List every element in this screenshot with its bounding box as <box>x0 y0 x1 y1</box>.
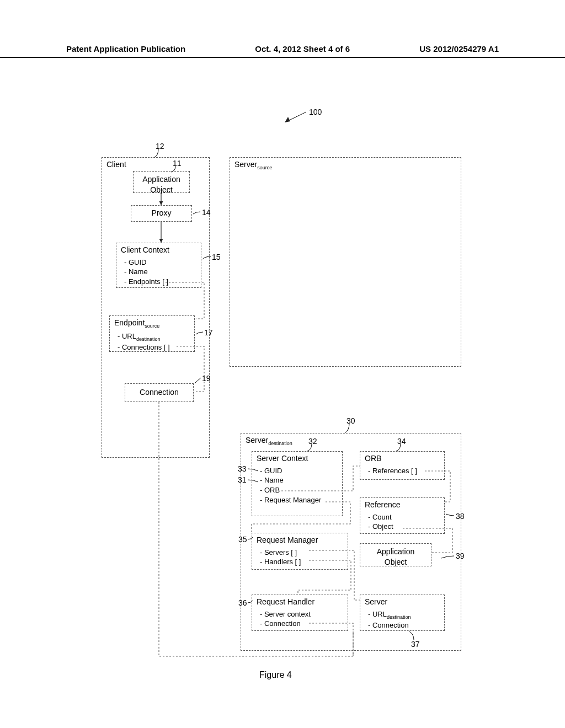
orb-rows: - References [ ] <box>360 465 444 478</box>
server-inner-title: Server <box>360 595 444 608</box>
server-context-guid: - GUID <box>260 466 337 476</box>
reference-box: Reference - Count - Object <box>360 497 445 534</box>
reference-count: - Count <box>368 512 439 522</box>
ref-38: 38 <box>456 512 465 521</box>
server-inner-connection: - Connection <box>368 620 439 630</box>
req-handler-connection: - Connection <box>260 619 342 629</box>
server-source-title: Serversource <box>230 158 461 172</box>
ref-12: 12 <box>156 142 164 151</box>
reference-rows: - Count - Object <box>360 511 444 534</box>
client-context-title: Client Context <box>116 243 201 256</box>
server-dest-title: Serverdestination <box>241 433 461 448</box>
ref-36: 36 <box>238 598 247 607</box>
client-app-object-label: Application Object <box>134 172 189 196</box>
server-app-object-box: Application Object <box>360 543 431 566</box>
header-left: Patent Application Publication <box>66 44 185 53</box>
client-app-object-box: Application Object <box>133 171 190 193</box>
page-header: Patent Application Publication Oct. 4, 2… <box>0 44 565 58</box>
ref-39: 39 <box>456 552 465 560</box>
client-context-guid: - GUID <box>124 258 195 267</box>
endpoint-url: - URLdestination <box>118 331 189 342</box>
ref-14: 14 <box>202 208 211 217</box>
client-box: Client <box>102 157 210 458</box>
ref-17: 17 <box>204 328 213 337</box>
reference-object: - Object <box>368 522 439 532</box>
req-manager-rows: - Servers [ ] - Handlers [ ] <box>252 547 348 569</box>
orb-box: ORB - References [ ] <box>360 451 445 480</box>
header-right: US 2012/0254279 A1 <box>419 44 499 53</box>
ref-33: 33 <box>238 464 247 473</box>
server-inner-url: - URLdestination <box>368 609 439 620</box>
server-context-reqmgr: - Request Manager <box>260 495 337 505</box>
ref-15: 15 <box>212 253 221 261</box>
req-handler-rows: - Server context - Connection <box>252 608 348 631</box>
ref-34: 34 <box>397 437 406 446</box>
client-context-endpoints: - Endpoints [ ] <box>124 277 195 287</box>
proxy-box: Proxy <box>131 205 192 222</box>
orb-title: ORB <box>360 452 444 465</box>
client-context-rows: - GUID - Name - Endpoints [ ] <box>116 256 201 289</box>
req-handler-title: Request Handler <box>252 595 348 608</box>
ref-19: 19 <box>202 374 211 383</box>
proxy-label: Proxy <box>131 206 191 220</box>
ref-31: 31 <box>238 475 247 484</box>
req-manager-title: Request Manager <box>252 533 348 547</box>
server-context-orb: - ORB <box>260 485 337 495</box>
endpoint-rows: - URLdestination - Connections [ ] <box>110 330 194 354</box>
diagram-canvas: 100 12 Client 11 Application Object Prox… <box>0 77 565 684</box>
req-handler-box: Request Handler - Server context - Conne… <box>252 595 348 631</box>
svg-line-0 <box>287 112 306 121</box>
ref-32: 32 <box>308 437 317 446</box>
req-manager-servers: - Servers [ ] <box>260 548 342 558</box>
ref-37: 37 <box>411 640 420 649</box>
req-manager-handlers: - Handlers [ ] <box>260 557 342 567</box>
client-title: Client <box>102 158 209 171</box>
svg-marker-1 <box>285 117 290 122</box>
req-manager-box: Request Manager - Servers [ ] - Handlers… <box>252 533 348 570</box>
reference-title: Reference <box>360 498 444 511</box>
client-context-box: Client Context - GUID - Name - Endpoints… <box>116 243 201 288</box>
orb-references: - References [ ] <box>368 466 439 476</box>
connection-label: Connection <box>125 384 193 399</box>
server-inner-box: Server - URLdestination - Connection <box>360 595 445 631</box>
server-context-rows: - GUID - Name - ORB - Request Manager <box>252 465 342 507</box>
client-context-name: - Name <box>124 267 195 277</box>
server-source-box: Serversource <box>230 157 461 367</box>
req-handler-context: - Server context <box>260 609 342 619</box>
connection-box: Connection <box>125 383 194 402</box>
server-app-object-label: Application Object <box>360 544 431 569</box>
ref-35: 35 <box>238 535 247 544</box>
endpoint-box: Endpointsource - URLdestination - Connec… <box>109 315 195 352</box>
ref-11: 11 <box>173 159 182 168</box>
ref-30: 30 <box>347 416 355 425</box>
endpoint-title: Endpointsource <box>110 316 194 330</box>
server-inner-rows: - URLdestination - Connection <box>360 608 444 632</box>
server-context-box: Server Context - GUID - Name - ORB - Req… <box>252 451 343 516</box>
server-context-title: Server Context <box>252 452 342 465</box>
figure-caption: Figure 4 <box>259 670 292 680</box>
server-context-name: - Name <box>260 475 337 485</box>
endpoint-connections: - Connections [ ] <box>118 342 189 352</box>
ref-100: 100 <box>309 108 322 116</box>
header-center: Oct. 4, 2012 Sheet 4 of 6 <box>255 44 350 53</box>
